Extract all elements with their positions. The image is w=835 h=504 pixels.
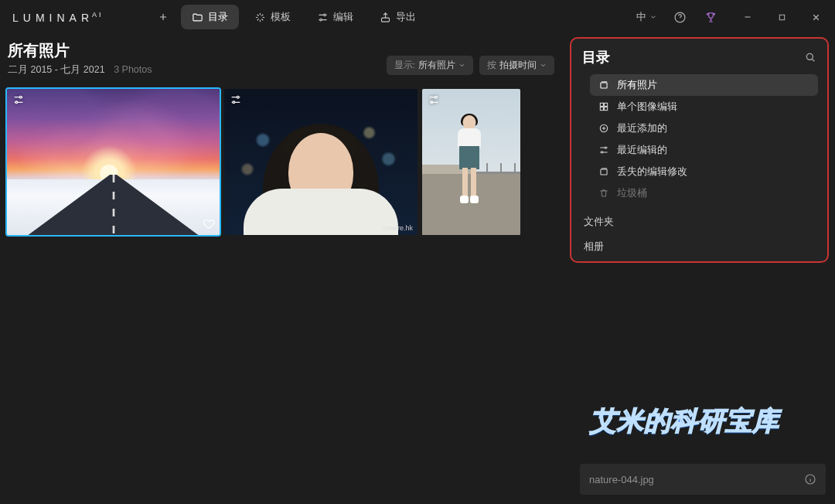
svg-rect-13: [600, 103, 603, 106]
catalog-item-recently-edited[interactable]: 最近编辑的: [590, 139, 818, 161]
adjustments-icon: [229, 94, 243, 106]
filter-show-value: 所有照片: [418, 60, 455, 71]
range-start: 二月 2015: [8, 64, 52, 75]
folder-icon: [192, 12, 203, 23]
filename-info-button[interactable]: [804, 473, 816, 485]
catalog-item-label: 所有照片: [617, 78, 657, 92]
catalog-item-label: 丢失的编辑修改: [617, 165, 687, 179]
svg-point-8: [233, 101, 235, 104]
filename-text: nature-044.jpg: [589, 474, 654, 485]
window-close[interactable]: [803, 4, 829, 30]
app-name: LUMINAR: [12, 11, 94, 23]
view-controls: 显示: 所有照片 按 拍摄时间: [387, 56, 554, 75]
filter-show[interactable]: 显示: 所有照片: [387, 56, 473, 75]
catalog-item-label: 最近添加的: [617, 121, 667, 135]
svg-rect-16: [604, 107, 607, 111]
catalog-panel-box: 目录 所有照片 单个图像编辑 最近添加的: [570, 37, 829, 263]
range-sep: -: [52, 64, 60, 75]
photo-count: 3 Photos: [114, 64, 152, 75]
tab-edit-label: 编辑: [333, 10, 353, 24]
titlebar: LUMINARAI 目录 模板 编辑 导出 中: [0, 0, 835, 34]
svg-point-6: [15, 101, 18, 104]
help-icon: [673, 11, 687, 24]
tab-templates[interactable]: 模板: [244, 5, 302, 29]
svg-point-18: [605, 147, 606, 148]
adjustments-icon: [12, 94, 26, 106]
photos-stack-icon: [598, 80, 609, 90]
svg-point-7: [237, 96, 239, 98]
catalog-item-recently-added[interactable]: 最近添加的: [590, 117, 818, 139]
catalog-panel-title: 目录: [582, 48, 610, 66]
grid-icon: [598, 101, 609, 112]
catalog-item-label: 单个图像编辑: [617, 100, 677, 114]
catalog-list: 所有照片 单个图像编辑 最近添加的 最近编辑的 丢失的编辑修改: [590, 74, 818, 204]
tab-catalog[interactable]: 目录: [181, 5, 239, 29]
add-button[interactable]: [150, 6, 176, 28]
help-button[interactable]: [668, 5, 691, 29]
photos-stack-icon: [598, 166, 609, 177]
trophy-button[interactable]: [699, 5, 722, 29]
sliders-icon: [598, 145, 609, 155]
catalog-item-single-edit[interactable]: 单个图像编辑: [590, 96, 818, 117]
trash-icon: [598, 188, 609, 199]
range-end: 七月 2021: [60, 64, 104, 75]
tab-edit[interactable]: 编辑: [306, 5, 364, 29]
svg-point-10: [431, 101, 433, 104]
sparkle-icon: [254, 12, 266, 23]
language-label: 中: [636, 10, 646, 24]
svg-point-19: [601, 152, 602, 153]
adjustments-icon: [427, 94, 441, 106]
catalog-section-albums[interactable]: 相册: [584, 240, 818, 254]
svg-point-11: [806, 53, 813, 60]
chevron-down-icon: [540, 62, 547, 69]
filter-show-prefix: 显示:: [394, 60, 415, 71]
window-maximize[interactable]: [769, 4, 795, 30]
app-edition: AI: [92, 11, 104, 19]
titlebar-right: 中: [636, 4, 829, 30]
catalog-item-all-photos[interactable]: 所有照片: [590, 74, 818, 96]
app-logo: LUMINARAI: [6, 11, 104, 24]
tab-templates-label: 模板: [271, 10, 291, 24]
svg-point-5: [19, 96, 22, 98]
maximize-icon: [778, 13, 786, 22]
content: 所有照片 二月 2015 - 七月 2021 3 Photos 显示: 所有照片…: [0, 34, 570, 504]
svg-point-0: [323, 14, 325, 16]
svg-point-9: [435, 96, 437, 98]
photo-thumb[interactable]: [7, 89, 220, 235]
thumb-watermark: unwire.hk: [383, 224, 413, 232]
photo-thumb[interactable]: [422, 89, 520, 235]
svg-rect-2: [381, 18, 389, 22]
tab-export[interactable]: 导出: [369, 5, 427, 29]
sort-by[interactable]: 按 拍摄时间: [479, 56, 554, 75]
window-minimize[interactable]: [734, 4, 761, 30]
language-selector[interactable]: 中: [636, 10, 657, 24]
catalog-search-button[interactable]: [804, 51, 816, 63]
info-icon: [804, 473, 816, 485]
trophy-icon: [704, 11, 717, 24]
main-tabs: 目录 模板 编辑 导出: [150, 5, 427, 29]
catalog-item-lost-edits[interactable]: 丢失的编辑修改: [590, 161, 818, 182]
svg-rect-20: [600, 169, 606, 175]
close-icon: [811, 12, 821, 22]
sliders-icon: [317, 12, 329, 23]
filename-bar: nature-044.jpg: [580, 464, 826, 495]
plus-circle-icon: [598, 123, 609, 134]
search-icon: [804, 51, 816, 63]
photo-thumb[interactable]: unwire.hk: [224, 89, 418, 235]
tab-export-label: 导出: [396, 10, 416, 24]
catalog-panel-header: 目录: [581, 46, 818, 73]
svg-rect-14: [604, 103, 607, 106]
minimize-icon: [743, 12, 752, 22]
heart-icon[interactable]: [203, 218, 215, 230]
catalog-item-label: 最近编辑的: [617, 143, 667, 157]
catalog-item-label: 垃圾桶: [617, 186, 647, 200]
photo-grid: unwire.hk: [5, 89, 556, 235]
catalog-section-folders[interactable]: 文件夹: [584, 215, 818, 229]
chevron-down-icon: [458, 62, 465, 69]
svg-point-1: [319, 19, 322, 21]
plus-icon: [158, 12, 169, 22]
tab-catalog-label: 目录: [208, 10, 228, 24]
catalog-item-trash[interactable]: 垃圾桶: [590, 182, 818, 204]
svg-rect-12: [600, 83, 606, 88]
chevron-down-icon: [649, 13, 657, 21]
